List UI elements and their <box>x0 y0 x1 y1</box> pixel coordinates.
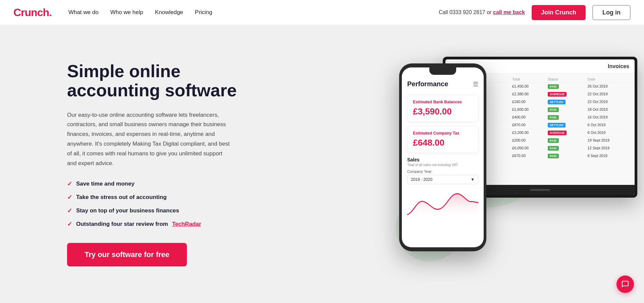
sales-title: Sales <box>407 157 478 162</box>
checklist-item-4: ✓ Outstanding four star review from Tech… <box>67 220 262 228</box>
date-cell: 19 Sept 2019 <box>586 137 631 144</box>
phone-screen: Performance ☰ Estimated Bank Balances £3… <box>402 67 484 247</box>
join-crunch-button[interactable]: Join Crunch <box>532 5 586 20</box>
hero-text: Simple online accounting software Our ea… <box>67 62 262 266</box>
phone-notch <box>429 67 456 75</box>
date-cell: 6 Oct 2019 <box>586 129 631 137</box>
call-me-back-link[interactable]: call me back <box>493 9 525 15</box>
col-date: Date <box>586 76 631 83</box>
date-cell: 22 Oct 2019 <box>586 98 631 106</box>
hero-section: Simple online accounting software Our ea… <box>0 25 644 303</box>
total-cell: £400.00 <box>510 113 546 121</box>
date-cell: 22 Oct 2019 <box>586 90 631 98</box>
status-cell: PAID <box>546 113 586 121</box>
checklist: ✓ Save time and money ✓ Take the stress … <box>67 180 262 228</box>
total-cell: £3,200.00 <box>510 129 546 137</box>
total-cell: £6,050.00 <box>510 144 546 152</box>
bank-balance-label: Estimated Bank Balances <box>413 100 473 104</box>
login-button[interactable]: Log in <box>592 5 631 20</box>
nav-knowledge[interactable]: Knowledge <box>155 9 183 16</box>
hero-title: Simple online accounting software <box>67 62 262 100</box>
company-year-label: Company Year: <box>407 169 478 173</box>
sales-section: Sales Total of all sales not including V… <box>407 157 478 218</box>
checklist-item-3: ✓ Stay on top of your business finances <box>67 207 262 214</box>
date-cell: 18 Oct 2019 <box>586 106 631 113</box>
status-badge: PAID <box>548 115 559 120</box>
menu-icon[interactable]: ☰ <box>473 81 478 88</box>
status-cell: SETTLED <box>546 121 586 129</box>
bank-balance-card: Estimated Bank Balances £3,590.00 <box>407 95 478 122</box>
total-cell: £1,600.00 <box>510 106 546 113</box>
status-cell: OVERDUE <box>546 90 586 98</box>
status-cell: SETTLED <box>546 98 586 106</box>
status-cell: PAID <box>546 152 586 160</box>
status-cell: PAID <box>546 144 586 152</box>
checklist-item-2: ✓ Take the stress out of accounting <box>67 194 262 201</box>
main-nav: What we do Who we help Knowledge Pricing <box>68 9 439 16</box>
nav-who-we-help[interactable]: Who we help <box>110 9 143 16</box>
company-year-dropdown[interactable]: 2019 - 2020 ▼ <box>407 175 478 184</box>
company-tax-card: Estimated Company Tax £648.00 <box>407 126 478 153</box>
tablet-scrollbar[interactable] <box>530 189 550 191</box>
tablet-title: Invoices <box>608 63 629 69</box>
chat-button[interactable] <box>616 275 634 293</box>
date-cell: 26 Oct 2019 <box>586 83 631 90</box>
status-badge: PAID <box>548 138 559 143</box>
header-right: Call 0333 920 2817 or call me back Join … <box>439 5 631 20</box>
call-text: Call 0333 920 2817 or call me back <box>439 9 525 15</box>
status-badge: PAID <box>548 146 559 151</box>
total-cell: £1,450.00 <box>510 83 546 90</box>
total-cell: £160.00 <box>510 98 546 106</box>
check-icon-3: ✓ <box>67 207 72 214</box>
total-cell: £2,380.00 <box>510 90 546 98</box>
phone-device: Performance ☰ Estimated Bank Balances £3… <box>399 63 486 251</box>
company-tax-label: Estimated Company Tax <box>413 131 473 136</box>
status-badge: SETTLED <box>548 100 566 104</box>
hero-description: Our easy-to-use online accounting softwa… <box>67 110 231 168</box>
total-cell: £200.00 <box>510 137 546 144</box>
status-badge: PAID <box>548 154 559 158</box>
checklist-item-1: ✓ Save time and money <box>67 180 262 188</box>
col-status: Status <box>546 76 586 83</box>
total-cell: £870.00 <box>510 121 546 129</box>
date-cell: 12 Sept 2019 <box>586 144 631 152</box>
try-free-button[interactable]: Try our software for free <box>67 243 187 266</box>
phone-content: Performance ☰ Estimated Bank Balances £3… <box>402 75 484 247</box>
chevron-down-icon: ▼ <box>471 177 475 182</box>
status-cell: PAID <box>546 83 586 90</box>
status-cell: PAID <box>546 137 586 144</box>
status-badge: SETTLED <box>548 123 566 128</box>
logo[interactable]: Crunch. <box>13 6 52 19</box>
techradar-link[interactable]: TechRadar <box>172 221 201 228</box>
bank-balance-value: £3,590.00 <box>413 106 473 117</box>
chat-icon <box>621 280 629 288</box>
status-badge: OVERDUE <box>548 131 567 135</box>
nav-pricing[interactable]: Pricing <box>195 9 212 16</box>
status-cell: PAID <box>546 106 586 113</box>
performance-title: Performance <box>407 80 448 88</box>
status-cell: OVERDUE <box>546 129 586 137</box>
total-cell: £670.50 <box>510 152 546 160</box>
date-cell: 6 Sept 2019 <box>586 152 631 160</box>
col-total: Total <box>510 76 546 83</box>
sales-chart <box>407 188 478 218</box>
check-icon-4: ✓ <box>67 220 72 228</box>
nav-what-we-do[interactable]: What we do <box>68 9 99 16</box>
check-icon-2: ✓ <box>67 194 72 201</box>
status-badge: PAID <box>548 84 559 89</box>
sales-subtitle: Total of all sales not including VAT. <box>407 163 478 167</box>
hero-visuals: Crunch. Invoices Supplier Total Status D… <box>369 47 644 282</box>
status-badge: OVERDUE <box>548 92 567 97</box>
check-icon-1: ✓ <box>67 180 72 188</box>
phone-performance-header: Performance ☰ <box>407 80 478 88</box>
main-header: Crunch. What we do Who we help Knowledge… <box>0 0 644 25</box>
date-cell: 16 Oct 2019 <box>586 113 631 121</box>
date-cell: 6 Oct 2019 <box>586 121 631 129</box>
company-tax-value: £648.00 <box>413 138 473 148</box>
status-badge: PAID <box>548 107 559 112</box>
